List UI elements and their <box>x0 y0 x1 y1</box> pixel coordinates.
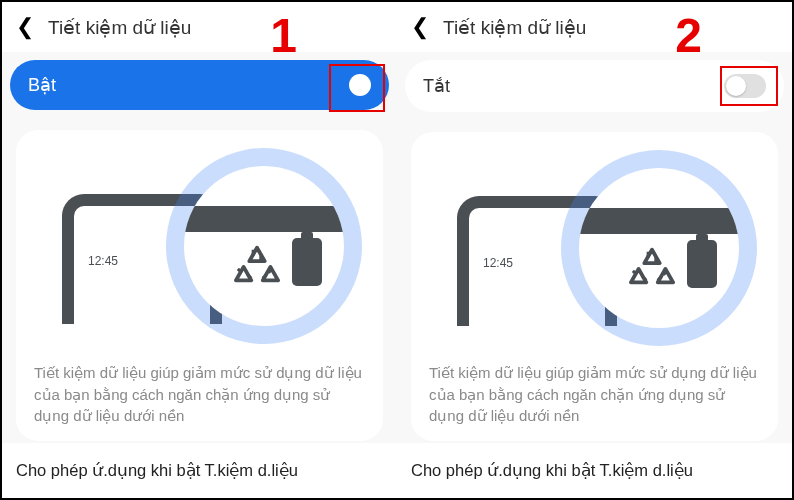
illustration: 12:45 <box>429 150 760 350</box>
step-number: 1 <box>270 8 297 63</box>
data-saver-icon <box>627 244 677 290</box>
battery-icon <box>292 238 322 286</box>
panel-step-1: 1 ❮ Tiết kiệm dữ liệu Bật 12:45 <box>2 2 397 498</box>
page-title: Tiết kiệm dữ liệu <box>443 16 586 39</box>
toggle-label: Tắt <box>423 75 450 97</box>
magnifier-graphic <box>184 166 344 326</box>
phone-time-label: 12:45 <box>483 256 513 270</box>
allow-apps-label: Cho phép ứ.dụng khi bật T.kiệm d.liệu <box>16 461 298 479</box>
allow-apps-label: Cho phép ứ.dụng khi bật T.kiệm d.liệu <box>411 461 693 479</box>
header: ❮ Tiết kiệm dữ liệu <box>397 2 792 52</box>
page-title: Tiết kiệm dữ liệu <box>48 16 191 39</box>
data-saver-toggle-row[interactable]: Bật <box>10 60 389 110</box>
allow-apps-row[interactable]: Cho phép ứ.dụng khi bật T.kiệm d.liệu <box>2 443 397 498</box>
panel-step-2: 2 ❮ Tiết kiệm dữ liệu Tắt 12:45 <box>397 2 792 498</box>
allow-apps-row[interactable]: Cho phép ứ.dụng khi bật T.kiệm d.liệu <box>397 443 792 498</box>
illustration: 12:45 <box>34 148 365 350</box>
back-icon[interactable]: ❮ <box>16 14 34 40</box>
illustration-card: 12:45 Tiết kiệm dữ liệu giúp giảm mức sử… <box>16 130 383 441</box>
description-text: Tiết kiệm dữ liệu giúp giảm mức sử dụng … <box>429 362 760 427</box>
back-icon[interactable]: ❮ <box>411 14 429 40</box>
content-area: 12:45 Tiết kiệm dữ liệu giúp giảm mức sử… <box>397 112 792 441</box>
header: ❮ Tiết kiệm dữ liệu <box>2 2 397 52</box>
toggle-label: Bật <box>28 74 56 96</box>
description-text: Tiết kiệm dữ liệu giúp giảm mức sử dụng … <box>34 362 365 427</box>
toggle-switch-on[interactable] <box>349 74 371 96</box>
data-saver-icon <box>232 242 282 288</box>
magnifier-graphic <box>579 168 739 328</box>
data-saver-toggle-row[interactable]: Tắt <box>405 60 784 112</box>
step-number: 2 <box>675 8 702 63</box>
toggle-switch-off[interactable] <box>724 74 766 98</box>
battery-icon <box>687 240 717 288</box>
illustration-card: 12:45 Tiết kiệm dữ liệu giúp giảm mức sử… <box>411 132 778 441</box>
content-area: 12:45 Tiết kiệm dữ liệu giúp giảm mức sử… <box>2 110 397 441</box>
phone-time-label: 12:45 <box>88 254 118 268</box>
